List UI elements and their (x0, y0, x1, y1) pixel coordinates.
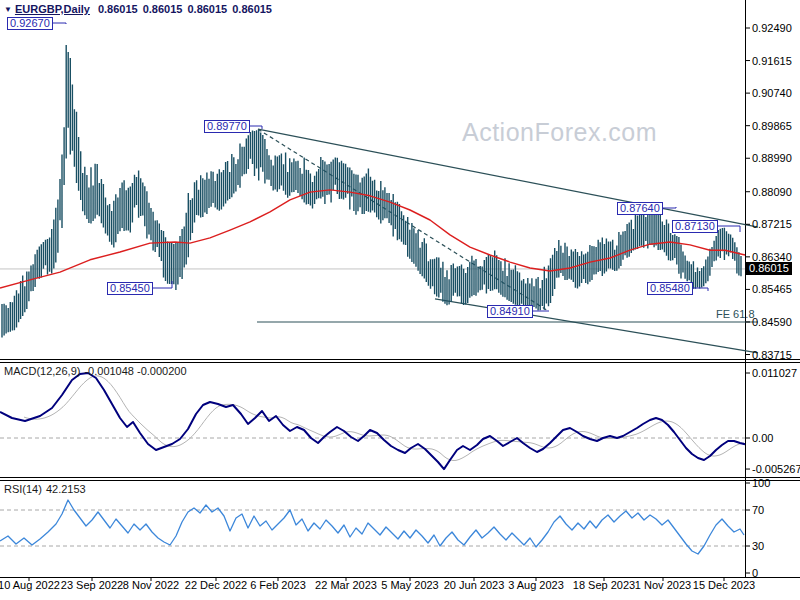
trendline-support (435, 299, 758, 353)
price-axis-label: 0.88990 (752, 152, 792, 164)
rsi-axis-label: 100 (752, 477, 770, 489)
price-axis-label: 0.86340 (752, 251, 792, 263)
price-annotation-label[interactable]: 0.92670 (7, 17, 53, 30)
rsi-axis-label: 70 (752, 504, 764, 516)
collapse-icon[interactable]: ▼ (4, 5, 12, 14)
macd-axis-label: 0.011027 (752, 367, 797, 379)
price-annotation-label[interactable]: 0.85450 (107, 282, 153, 295)
price-axis-label: 0.84590 (752, 316, 792, 328)
quote-low: 0.86015 (187, 3, 227, 15)
time-axis[interactable]: 10 Aug 202223 Sep 20228 Nov 202222 Dec 2… (0, 579, 800, 599)
macd-axis-label: 0.00 (752, 432, 773, 444)
price-axis-label: 0.90740 (752, 87, 792, 99)
quote-high: 0.86015 (143, 3, 183, 15)
price-annotation-label[interactable]: 0.84910 (487, 305, 533, 318)
price-annotation-label[interactable]: 0.87130 (672, 220, 718, 233)
price-annotation-label[interactable]: 0.87640 (617, 202, 663, 215)
annotation-leader (53, 23, 66, 24)
chart-canvas[interactable] (0, 0, 800, 600)
macd-signal-line (24, 376, 744, 461)
price-annotation-label[interactable]: 0.89770 (204, 120, 250, 133)
price-axis-label: 0.88090 (752, 186, 792, 198)
annotation-leader (663, 207, 676, 208)
quote-open: 0.86015 (98, 3, 138, 15)
macd-axis-label: -0.005267 (752, 463, 800, 475)
rsi-axis-label: 0 (752, 567, 758, 579)
chart-header: ▼EURGBP,Daily0.860150.860150.860150.8601… (4, 3, 277, 15)
rsi-label: RSI(14) (4, 483, 42, 495)
price-axis-label: 0.89865 (752, 120, 792, 132)
rsi-axis-label: 30 (752, 540, 764, 552)
annotation-leader (718, 226, 740, 232)
price-annotation-label[interactable]: 0.85480 (647, 282, 693, 295)
rsi-header: RSI(14)42.2153 (4, 483, 86, 495)
price-axis-label: 0.92490 (752, 22, 792, 34)
macd-values: -0.001048 -0.000200 (84, 365, 186, 377)
chart-window: ActionForex.com ▼EURGBP,Daily0.860150.86… (0, 0, 800, 600)
quote-close: 0.86015 (232, 3, 272, 15)
annotation-leader (250, 126, 262, 129)
macd-label: MACD(12,26,9) (4, 365, 80, 377)
price-axis-label: 0.85465 (752, 283, 792, 295)
macd-header: MACD(12,26,9)-0.001048 -0.000200 (4, 365, 187, 377)
price-axis-label: 0.91615 (752, 55, 792, 67)
rsi-value: 42.2153 (46, 483, 86, 495)
price-axis-label: 0.83715 (752, 349, 792, 361)
price-axis[interactable]: 0.924900.916150.907400.898650.889900.880… (745, 0, 800, 578)
current-price-badge: 0.86015 (746, 262, 792, 275)
annotation-leader (693, 288, 708, 291)
date-axis-label: 15 Dec 2023 (682, 579, 766, 591)
macd-line (0, 373, 745, 469)
symbol-title: EURGBP,Daily (15, 3, 90, 15)
price-axis-label: 0.87215 (752, 218, 792, 230)
